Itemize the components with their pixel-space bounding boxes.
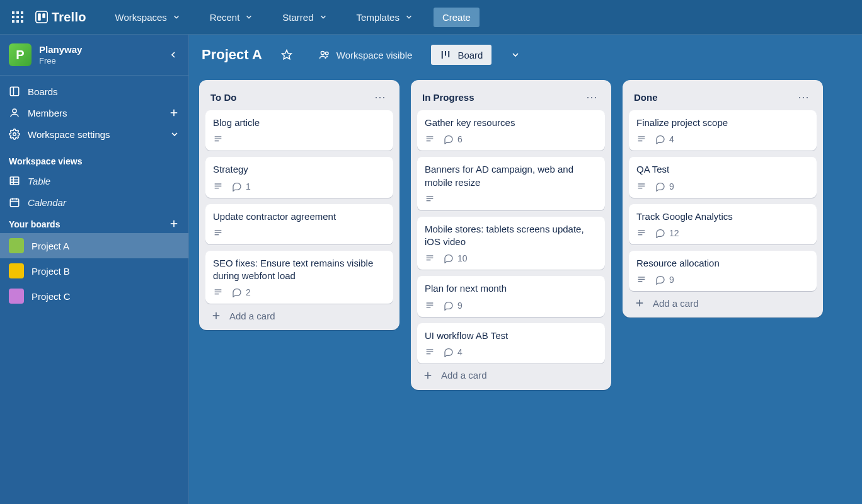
star-button[interactable] [273,45,300,64]
comments-count: 9 [669,275,674,285]
add-card-button[interactable]: Add a card [628,291,818,311]
card-title: QA Test [636,163,809,176]
list-menu-button[interactable]: ⋯ [795,90,812,104]
plus-icon[interactable] [168,107,180,118]
sidebar-item-settings[interactable]: Workspace settings [0,123,188,145]
svg-rect-23 [10,199,19,207]
lists-row: To Do⋯Blog articleStrategy1Update contra… [189,74,862,403]
boards-list: Project AProject BProject C [0,233,188,309]
card-title: SEO fixes: Ensure text remains visible d… [213,257,386,283]
description-badge [425,253,435,263]
card-title: UI workflow AB Test [425,329,597,342]
sidebar-item-members[interactable]: Members [0,102,188,123]
cards-container: Gather key resources6Banners for AD camp… [416,110,606,364]
board-label: Project A [32,241,69,251]
sidebar-item-label: Workspace settings [28,129,110,140]
add-card-label: Add a card [229,311,275,321]
svg-rect-0 [12,11,14,14]
card-badges: 9 [636,275,809,285]
svg-rect-3 [12,16,14,18]
comments-count: 9 [669,181,674,192]
add-card-button[interactable]: Add a card [204,304,394,324]
svg-rect-2 [21,11,23,14]
comment-icon [232,181,242,192]
board-label: Project B [32,266,70,277]
description-icon [425,194,435,204]
list-title[interactable]: Done [634,92,658,103]
board-view-chevron[interactable] [503,46,528,64]
brand-text: Trello [52,10,86,25]
card-badges: 6 [425,134,597,144]
card[interactable]: UI workflow AB Test4 [417,323,605,364]
board-item[interactable]: Project A [0,233,188,258]
card-badges [425,194,597,204]
visibility-button[interactable]: Workspace visible [311,45,420,64]
card-badges: 1 [213,181,386,192]
board-view-button[interactable]: Board [431,45,491,65]
view-label: Calendar [28,197,66,208]
card-badges [213,134,386,144]
comments-count: 6 [457,134,463,144]
comment-icon [655,275,665,285]
description-icon [213,228,223,238]
card[interactable]: Update contractor agreement [205,204,393,244]
list-menu-button[interactable]: ⋯ [583,90,600,104]
card[interactable]: Mobile stores: tablets screens update, i… [417,217,605,270]
chevron-down-icon[interactable] [170,129,180,139]
card[interactable]: QA Test9 [629,157,817,197]
heading-label: Workspace views [9,156,82,166]
card-badges: 9 [425,301,597,311]
card[interactable]: Banners for AD campaign, web and mobile … [417,157,605,210]
menu-label: Recent [210,12,240,23]
description-badge [425,194,435,204]
view-calendar[interactable]: Calendar [0,192,188,213]
card[interactable]: Plan for next month9 [417,276,605,316]
sidebar-nav: Boards Members Workspace settings [0,76,188,150]
list-header: In Progress⋯ [416,88,606,110]
card[interactable]: SEO fixes: Ensure text remains visible d… [205,251,393,304]
card-title: Resource allocation [636,257,809,270]
list-title[interactable]: In Progress [422,92,474,103]
workspace-header[interactable]: P Planyway Free [0,35,188,76]
comments-badge: 10 [444,253,468,263]
chevron-down-icon [319,13,328,21]
cards-container: Blog articleStrategy1Update contractor a… [204,110,394,304]
board-item[interactable]: Project C [0,284,188,309]
description-badge [425,347,435,357]
add-board-button[interactable] [168,218,180,229]
card[interactable]: Track Google Analytics12 [629,204,817,244]
menu-recent[interactable]: Recent [201,8,263,26]
trello-logo[interactable]: Trello [30,10,91,25]
menu-label: Starred [282,12,313,23]
comment-icon [444,134,454,144]
sidebar-collapse-button[interactable] [164,46,182,64]
menu-templates[interactable]: Templates [348,8,422,26]
board-item[interactable]: Project B [0,258,188,284]
comments-count: 10 [457,253,468,263]
people-icon [319,49,330,60]
card[interactable]: Gather key resources6 [417,110,605,151]
card[interactable]: Blog article [205,110,393,151]
menu-starred[interactable]: Starred [273,8,336,26]
card[interactable]: Resource allocation9 [629,251,817,291]
comment-icon [655,228,665,238]
list-title[interactable]: To Do [210,92,236,103]
apps-switcher[interactable] [8,7,28,27]
card[interactable]: Strategy1 [205,157,393,197]
svg-point-15 [13,109,16,113]
list-header: Done⋯ [628,88,818,110]
view-table[interactable]: Table [0,170,188,192]
menu-workspaces[interactable]: Workspaces [106,8,190,26]
list-header: To Do⋯ [204,88,394,110]
card[interactable]: Finalize project scope4 [629,110,817,151]
description-badge [213,228,223,238]
menu-label: Workspaces [115,12,167,23]
sidebar-item-boards[interactable]: Boards [0,81,188,102]
board-title[interactable]: Project A [202,47,262,63]
plus-icon [422,370,434,381]
svg-rect-19 [10,177,19,185]
list-menu-button[interactable]: ⋯ [372,90,388,104]
create-button[interactable]: Create [434,8,480,27]
your-boards-heading: Your boards [0,213,188,233]
add-card-button[interactable]: Add a card [416,364,606,384]
